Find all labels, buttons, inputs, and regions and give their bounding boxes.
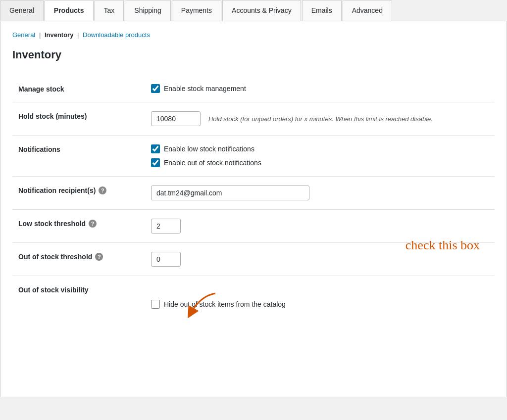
out-of-stock-visibility-row: Out of stock visibility Hide out of [12, 276, 495, 318]
tab-payments[interactable]: Payments [172, 0, 221, 21]
manage-stock-checkbox-row: Enable stock management [151, 84, 489, 93]
tabs-navigation: General Products Tax Shipping Payments A… [0, 0, 507, 21]
out-of-stock-notif-row: Enable out of stock notifications [151, 158, 489, 167]
breadcrumb-general-link[interactable]: General [12, 31, 35, 39]
notifications-label: Notifications [12, 136, 141, 177]
low-stock-threshold-label-cell: Low stock threshold ? [12, 210, 141, 243]
manage-stock-label: Manage stock [12, 75, 141, 102]
breadcrumb-sep-1: | [39, 31, 43, 39]
content-area: General | Inventory | Downloadable produ… [0, 21, 507, 397]
notification-recipients-label-group: Notification recipient(s) ? [18, 187, 135, 194]
manage-stock-checkbox[interactable] [151, 84, 160, 93]
page-title: Inventory [12, 48, 495, 61]
low-stock-threshold-help-icon[interactable]: ? [89, 220, 97, 228]
manage-stock-field: Enable stock management [141, 75, 495, 102]
out-of-stock-visibility-field: Hide out of stock items from the catalog [141, 276, 495, 318]
out-of-stock-visibility-checkbox-label[interactable]: Hide out of stock items from the catalog [164, 300, 286, 308]
out-of-stock-threshold-help-icon[interactable]: ? [95, 253, 103, 261]
low-stock-threshold-row: Low stock threshold ? [12, 210, 495, 243]
manage-stock-row: Manage stock Enable stock management [12, 75, 495, 102]
tab-emails[interactable]: Emails [302, 0, 342, 21]
out-of-stock-threshold-label-cell: Out of stock threshold ? [12, 243, 141, 276]
low-stock-notification-checkbox[interactable] [151, 144, 160, 153]
out-of-stock-notification-checkbox[interactable] [151, 158, 160, 167]
out-of-stock-threshold-input[interactable] [151, 252, 181, 267]
low-stock-notif-row: Enable low stock notifications [151, 144, 489, 153]
notification-recipients-input[interactable] [151, 186, 309, 200]
notification-recipients-field [141, 177, 495, 210]
breadcrumb-sep-2: | [77, 31, 81, 39]
notification-recipients-label-cell: Notification recipient(s) ? [12, 177, 141, 210]
breadcrumb-downloadable-link[interactable]: Downloadable products [83, 31, 150, 39]
low-stock-threshold-label: Low stock threshold [18, 220, 86, 228]
out-of-stock-threshold-row: Out of stock threshold ? check this box [12, 243, 495, 276]
tab-shipping[interactable]: Shipping [125, 0, 171, 21]
hold-stock-input[interactable] [151, 111, 201, 126]
notifications-field: Enable low stock notifications Enable ou… [141, 136, 495, 177]
low-stock-threshold-input[interactable] [151, 219, 181, 233]
notification-recipients-help-icon[interactable]: ? [99, 187, 106, 194]
breadcrumb-current: Inventory [45, 31, 74, 39]
hold-stock-label: Hold stock (minutes) [12, 102, 141, 136]
low-stock-notification-label[interactable]: Enable low stock notifications [164, 145, 254, 153]
out-of-stock-threshold-label: Out of stock threshold [18, 253, 92, 261]
hold-stock-field: Hold stock (for unpaid orders) for x min… [141, 102, 495, 136]
out-of-stock-visibility-checkbox-row: Hide out of stock items from the catalog [151, 300, 489, 309]
hold-stock-helper: Hold stock (for unpaid orders) for x min… [208, 115, 433, 123]
tab-general[interactable]: General [0, 0, 44, 21]
out-of-stock-threshold-field: check this box [141, 243, 495, 276]
out-of-stock-notification-label[interactable]: Enable out of stock notifications [164, 159, 261, 167]
tab-accounts-privacy[interactable]: Accounts & Privacy [222, 0, 301, 21]
tab-tax[interactable]: Tax [95, 0, 124, 21]
low-stock-threshold-label-group: Low stock threshold ? [18, 220, 135, 228]
manage-stock-checkbox-label[interactable]: Enable stock management [164, 85, 246, 93]
out-of-stock-threshold-label-group: Out of stock threshold ? [18, 253, 135, 261]
notification-recipients-label: Notification recipient(s) [18, 187, 96, 194]
hold-stock-row: Hold stock (minutes) Hold stock (for unp… [12, 102, 495, 136]
tab-products[interactable]: Products [45, 0, 94, 21]
low-stock-threshold-field [141, 210, 495, 243]
breadcrumb: General | Inventory | Downloadable produ… [12, 31, 495, 39]
notification-recipients-row: Notification recipient(s) ? [12, 177, 495, 210]
notifications-row: Notifications Enable low stock notificat… [12, 136, 495, 177]
settings-table: Manage stock Enable stock management Hol… [12, 75, 495, 318]
out-of-stock-visibility-label: Out of stock visibility [12, 276, 141, 318]
tab-advanced[interactable]: Advanced [343, 0, 392, 21]
out-of-stock-visibility-checkbox[interactable] [151, 300, 160, 309]
